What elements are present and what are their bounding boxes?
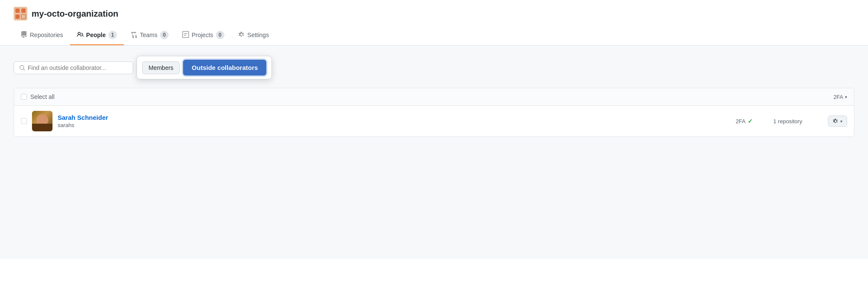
search-icon	[19, 65, 25, 71]
projects-count-badge: 0	[216, 31, 224, 39]
svg-rect-4	[21, 14, 26, 19]
select-all-checkbox[interactable]	[21, 94, 27, 100]
people-icon	[77, 31, 84, 39]
avatar-image	[32, 111, 52, 131]
user-handle: sarahs	[58, 122, 731, 128]
members-button[interactable]: Members	[142, 61, 180, 74]
filter-row: Members Outside collaborators	[14, 56, 854, 79]
tfa-checkmark-icon: ✓	[748, 118, 753, 125]
settings-icon	[238, 31, 245, 39]
search-input[interactable]	[28, 64, 128, 71]
tab-people-label: People	[86, 32, 106, 38]
people-count-badge: 1	[108, 31, 117, 39]
svg-rect-1	[15, 9, 20, 13]
nav-tabs: Repositories People 1 Teams 0	[14, 26, 854, 45]
select-all-text: Select all	[30, 93, 55, 100]
tab-projects-label: Projects	[192, 32, 213, 38]
tfa-label: 2FA	[833, 94, 843, 100]
tab-teams[interactable]: Teams 0	[124, 26, 175, 45]
svg-rect-2	[21, 9, 26, 13]
teams-icon	[131, 31, 137, 39]
people-table: Select all 2FA ▾ Sarah Schneider sarahs	[14, 88, 854, 137]
user-settings-button[interactable]: ▾	[828, 116, 847, 127]
select-all-label[interactable]: Select all	[21, 93, 55, 100]
org-name: my-octo-organization	[32, 9, 118, 19]
tab-people[interactable]: People 1	[70, 26, 124, 45]
projects-icon	[182, 31, 189, 39]
tab-repositories[interactable]: Repositories	[14, 26, 70, 45]
tab-settings[interactable]: Settings	[231, 26, 276, 45]
repo-icon	[20, 31, 27, 39]
user-info: Sarah Schneider sarahs	[58, 114, 731, 128]
tfa-caret-icon: ▾	[845, 95, 847, 99]
tab-settings-label: Settings	[248, 32, 269, 38]
tfa-dropdown[interactable]: 2FA ▾	[833, 94, 847, 100]
settings-btn-caret-icon: ▾	[840, 119, 842, 124]
teams-count-badge: 0	[160, 31, 169, 39]
outside-collaborators-button[interactable]: Outside collaborators	[183, 60, 266, 75]
repo-count: 1 repository	[773, 118, 807, 125]
table-row: Sarah Schneider sarahs 2FA ✓ 1 repositor…	[14, 106, 854, 136]
tab-teams-label: Teams	[140, 32, 157, 38]
table-header: Select all 2FA ▾	[14, 88, 854, 106]
user-avatar	[32, 111, 52, 131]
user-meta: 2FA ✓ 1 repository ▾	[736, 116, 847, 127]
gear-icon	[833, 118, 839, 124]
main-content: Members Outside collaborators Select all…	[0, 46, 868, 259]
tab-projects[interactable]: Projects 0	[175, 26, 231, 45]
svg-rect-3	[15, 14, 20, 19]
user-name-link[interactable]: Sarah Schneider	[58, 114, 108, 121]
tab-repositories-label: Repositories	[30, 32, 63, 38]
org-logo	[14, 7, 27, 20]
filter-popup: Members Outside collaborators	[137, 56, 272, 79]
search-box[interactable]	[14, 61, 133, 74]
row-checkbox[interactable]	[21, 118, 27, 124]
tfa-status: 2FA ✓	[736, 118, 753, 125]
tfa-status-label: 2FA	[736, 118, 746, 125]
